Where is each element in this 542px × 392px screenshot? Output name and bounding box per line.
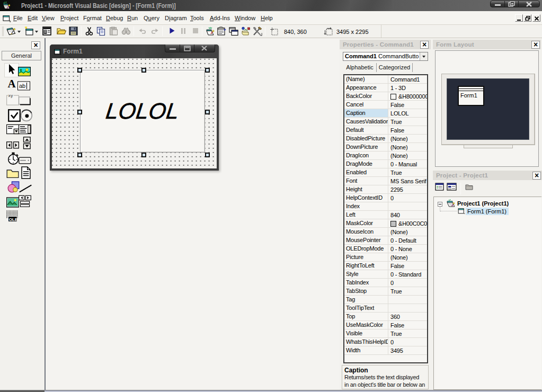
- svg-text:OLE: OLE: [9, 217, 18, 222]
- svg-text:ab: ab: [19, 83, 25, 89]
- svg-text:xy: xy: [8, 93, 13, 98]
